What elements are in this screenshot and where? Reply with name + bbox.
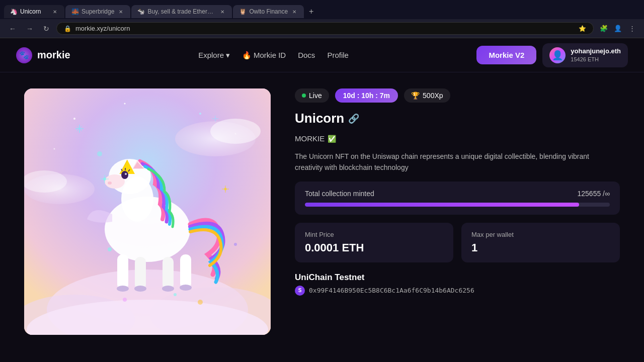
timer-badge: 10d : 10h : 7m <box>335 88 398 103</box>
svg-rect-37 <box>180 254 191 289</box>
timer-label: 10d : 10h : 7m <box>343 92 390 100</box>
tab-cowswap[interactable]: 🐄 Buy, sell & trade Ethereum and... ✕ <box>131 5 232 18</box>
nft-image-container <box>24 88 271 335</box>
tab-label-unicorn: Unicorn <box>20 8 48 15</box>
profile-label: Profile <box>327 51 349 59</box>
chain-address: 0x99F4146B950Ec5B8C6Bc1Aa6f6C9b14b6ADc62… <box>309 287 474 294</box>
svg-point-1 <box>73 118 75 120</box>
svg-point-38 <box>117 286 129 292</box>
tab-favicon-cowswap: 🐄 <box>137 8 144 15</box>
collection-header: Total collection minted 125655 /∞ <box>305 190 610 198</box>
nft-title-row: Unicorn 🔗 <box>295 111 620 126</box>
price-row: Mint Price 0.0001 ETH Max per wallet 1 <box>295 223 620 262</box>
back-button[interactable]: ← <box>6 23 19 35</box>
tab-superbridge[interactable]: 🌉 Superbridge ✕ <box>65 5 130 18</box>
creator-name: MORKIE <box>295 134 325 143</box>
tab-favicon-unicorn: 🦄 <box>10 8 17 15</box>
svg-point-27 <box>121 171 128 179</box>
tab-favicon-owlto: 🦉 <box>239 8 246 15</box>
mint-price-value: 0.0001 ETH <box>305 241 443 254</box>
wallet-avatar: 👤 <box>549 47 566 63</box>
profile-icon[interactable]: 👤 <box>612 23 624 35</box>
live-badge: Live <box>295 88 329 103</box>
badges-row: Live 10d : 10h : 7m 🏆 500Xp <box>295 88 620 103</box>
progress-bar-track <box>305 203 610 207</box>
svg-point-40 <box>162 286 174 292</box>
unicorn-artwork <box>24 88 271 335</box>
xp-badge: 🏆 500Xp <box>404 88 450 103</box>
max-wallet-card: Max per wallet 1 <box>461 223 620 262</box>
trophy-icon: 🏆 <box>411 92 420 100</box>
tab-label-superbridge: Superbridge <box>82 8 114 15</box>
svg-rect-34 <box>117 254 128 290</box>
new-tab-button[interactable]: + <box>305 4 317 19</box>
live-label: Live <box>309 92 322 100</box>
morkie-v2-button[interactable]: Morkie V2 <box>476 46 536 64</box>
collection-card: Total collection minted 125655 /∞ <box>295 182 620 215</box>
svg-rect-35 <box>135 257 146 290</box>
progress-bar-fill <box>305 203 579 207</box>
chain-section: UniChain Testnet S 0x99F4146B950Ec5B8C6B… <box>295 273 620 296</box>
page-content: 🐾 morkie Explore ▾ 🔥 Morkie ID Docs Prof… <box>0 38 644 356</box>
svg-point-5 <box>54 148 55 150</box>
tab-bar: 🦄 Unicorn ✕ 🌉 Superbridge ✕ 🐄 Buy, sell … <box>0 0 644 19</box>
explore-nav-link[interactable]: Explore ▾ <box>198 51 230 60</box>
mint-price-label: Mint Price <box>305 231 443 238</box>
wallet-balance: 15426 ETH <box>571 56 621 63</box>
browser-chrome: 🦄 Unicorn ✕ 🌉 Superbridge ✕ 🐄 Buy, sell … <box>0 0 644 38</box>
verified-icon: 🔗 <box>348 113 359 124</box>
chain-title: UniChain Testnet <box>295 273 620 283</box>
chain-icon: S <box>295 286 305 296</box>
nft-title: Unicorn <box>295 111 344 126</box>
tab-close-owlto[interactable]: ✕ <box>291 8 298 15</box>
logo-text: morkie <box>37 49 70 61</box>
extensions-icon[interactable]: 🧩 <box>598 23 610 35</box>
svg-point-39 <box>134 286 146 292</box>
forward-button[interactable]: → <box>23 23 36 35</box>
svg-point-53 <box>198 300 203 305</box>
nav-links: Explore ▾ 🔥 Morkie ID Docs Profile <box>198 51 349 60</box>
svg-point-3 <box>199 113 201 115</box>
svg-point-48 <box>108 247 112 251</box>
tab-label-cowswap: Buy, sell & trade Ethereum and... <box>147 8 216 15</box>
chain-address-row: S 0x99F4146B950Ec5B8C6Bc1Aa6f6C9b14b6ADc… <box>295 286 620 296</box>
tab-close-cowswap[interactable]: ✕ <box>219 8 226 15</box>
tab-label-owlto: Owlto Finance <box>249 8 288 15</box>
collection-count: 125655 /∞ <box>578 190 610 198</box>
svg-rect-36 <box>163 257 174 290</box>
nft-details: Live 10d : 10h : 7m 🏆 500Xp Unicorn 🔗 MO… <box>295 88 620 340</box>
nft-description: The Unicorn NFT on the Uniswap chain rep… <box>295 151 607 173</box>
svg-point-2 <box>124 103 126 105</box>
reload-button[interactable]: ↻ <box>40 23 52 35</box>
tab-owlto[interactable]: 🦉 Owlto Finance ✕ <box>233 5 304 18</box>
svg-point-13 <box>210 119 261 144</box>
max-wallet-value: 1 <box>471 241 610 254</box>
tab-close-unicorn[interactable]: ✕ <box>51 8 58 15</box>
address-bar: ← → ↻ 🔒 morkie.xyz/unicorn ⭐ 🧩 👤 ⋮ <box>0 19 644 38</box>
url-bar[interactable]: 🔒 morkie.xyz/unicorn ⭐ <box>56 22 594 35</box>
explore-label: Explore <box>198 51 224 59</box>
profile-nav-link[interactable]: Profile <box>327 51 349 59</box>
wallet-name: yohanjunejo.eth <box>571 47 621 56</box>
url-text: morkie.xyz/unicorn <box>75 25 575 32</box>
max-wallet-label: Max per wallet <box>471 231 610 238</box>
svg-point-50 <box>234 243 237 246</box>
logo-area[interactable]: 🐾 morkie <box>16 47 70 63</box>
logo-icon: 🐾 <box>16 47 32 63</box>
menu-icon[interactable]: ⋮ <box>626 23 638 35</box>
top-nav: 🐾 morkie Explore ▾ 🔥 Morkie ID Docs Prof… <box>0 38 644 72</box>
tab-unicorn[interactable]: 🦄 Unicorn ✕ <box>4 5 64 18</box>
main-content: Live 10d : 10h : 7m 🏆 500Xp Unicorn 🔗 MO… <box>0 72 644 356</box>
morkie-id-nav-link[interactable]: 🔥 Morkie ID <box>242 51 286 60</box>
wallet-info: yohanjunejo.eth 15426 ETH <box>571 47 621 63</box>
tab-favicon-superbridge: 🌉 <box>71 8 78 15</box>
tab-close-superbridge[interactable]: ✕ <box>117 8 124 15</box>
svg-point-41 <box>180 285 192 291</box>
wallet-area[interactable]: 👤 yohanjunejo.eth 15426 ETH <box>542 43 628 67</box>
svg-point-52 <box>174 293 177 296</box>
explore-chevron-icon: ▾ <box>226 51 230 60</box>
docs-nav-link[interactable]: Docs <box>298 51 315 59</box>
svg-point-49 <box>97 151 102 156</box>
creator-verified-icon: ✅ <box>328 135 336 143</box>
docs-label: Docs <box>298 51 315 59</box>
